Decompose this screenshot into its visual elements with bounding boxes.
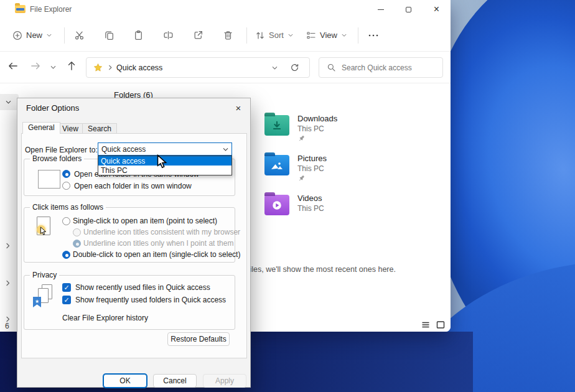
toolbar-separator: [64, 27, 65, 44]
recent-locations-button[interactable]: [50, 64, 57, 71]
browse-folders-icon: [38, 170, 60, 189]
details-view-toggle[interactable]: [421, 320, 431, 330]
dialog-title: Folder Options: [26, 103, 79, 113]
delete-button[interactable]: [223, 19, 233, 52]
address-bar[interactable]: Quick access: [86, 57, 310, 78]
search-icon: [327, 63, 336, 72]
click-items-icon: [35, 217, 53, 240]
radio-label: Single-click to open an item (point to s…: [73, 217, 217, 225]
maximize-icon: [406, 7, 411, 12]
folder-item-downloads[interactable]: Downloads This PC: [264, 114, 439, 149]
copy-icon: [104, 30, 115, 40]
tab-label: View: [62, 124, 78, 133]
up-button[interactable]: [66, 60, 77, 72]
tab-search[interactable]: Search: [82, 123, 117, 134]
close-button[interactable]: ×: [423, 0, 451, 19]
chevron-down-icon: [341, 32, 347, 39]
address-dropdown-icon[interactable]: [271, 65, 278, 72]
apply-button[interactable]: Apply: [203, 374, 246, 388]
chevron-down-icon: [288, 32, 294, 39]
privacy-group: Privacy ★ ✓ Show recently used files in …: [24, 275, 235, 330]
group-label: Privacy: [30, 271, 59, 279]
search-box[interactable]: [319, 57, 443, 78]
tree-expand-chevron-icon[interactable]: [4, 279, 12, 287]
ok-button[interactable]: OK: [103, 374, 147, 388]
download-arrow-icon: [271, 120, 283, 131]
scissors-icon: [74, 30, 85, 40]
ellipsis-icon: [368, 30, 379, 40]
sort-button-label: Sort: [269, 30, 284, 40]
share-icon: [193, 30, 203, 40]
click-items-group: Click items as follows Single-click to o…: [24, 207, 235, 263]
group-label: Browse folders: [30, 154, 84, 163]
open-file-explorer-to-label: Open File Explorer to:: [25, 146, 98, 154]
tab-label: General: [28, 123, 55, 132]
radio-underline-point: [73, 240, 81, 248]
tab-general[interactable]: General: [22, 122, 60, 134]
folder-location: This PC: [297, 124, 324, 133]
picture-icon: [270, 160, 284, 171]
radio-underline-consistent: [73, 228, 81, 236]
view-icon: [306, 30, 316, 40]
folder-item-videos[interactable]: Videos This PC: [264, 194, 439, 228]
clear-history-label: Clear File Explorer history: [62, 314, 148, 322]
minimize-button[interactable]: [367, 0, 395, 19]
folder-item-pictures[interactable]: Pictures This PC: [264, 154, 439, 189]
open-to-combobox[interactable]: Quick access: [98, 142, 232, 156]
copy-button[interactable]: [104, 19, 115, 52]
radio-label: Double-click to open an item (single-cli…: [73, 250, 240, 259]
cancel-button[interactable]: Cancel: [153, 374, 197, 388]
tab-view[interactable]: View: [57, 123, 84, 134]
chevron-down-icon: [46, 32, 52, 39]
share-button[interactable]: [193, 19, 203, 52]
new-button-label: New: [26, 30, 42, 40]
back-button[interactable]: [7, 60, 19, 72]
chevron-down-icon: [222, 146, 229, 153]
recent-files-hint: files, we'll show the most recent ones h…: [248, 265, 396, 274]
view-button-label: View: [320, 30, 337, 40]
checkbox-recent-files[interactable]: ✓: [62, 283, 71, 292]
group-label: Click items as follows: [30, 203, 106, 212]
radio-own-window[interactable]: [62, 182, 70, 190]
radio-single-click[interactable]: [62, 217, 70, 225]
file-explorer-icon: [15, 5, 26, 13]
checkbox-frequent-folders[interactable]: ✓: [62, 296, 71, 304]
more-options-button[interactable]: [368, 19, 379, 52]
cut-button[interactable]: [74, 19, 85, 52]
chevron-down-icon: [5, 99, 12, 106]
folder-location: This PC: [297, 164, 324, 173]
new-button[interactable]: New: [12, 19, 52, 52]
view-button[interactable]: View: [306, 19, 347, 52]
maximize-button[interactable]: [395, 0, 423, 19]
pin-icon: [297, 174, 306, 182]
tree-expand-chevron-icon[interactable]: [4, 242, 12, 250]
folder-options-dialog: Folder Options × General View Search Ope…: [17, 98, 251, 388]
radio-label: Underline icon titles consistent with my…: [83, 228, 240, 236]
dialog-close-button[interactable]: ×: [231, 101, 245, 114]
toolbar-separator: [246, 27, 247, 44]
close-icon: ×: [236, 103, 241, 113]
forward-button[interactable]: [30, 60, 41, 72]
breadcrumb-location[interactable]: Quick access: [116, 63, 162, 72]
desktop: File Explorer × New: [0, 0, 575, 392]
rename-button[interactable]: [163, 19, 174, 52]
checkbox-label: Show recently used files in Quick access: [75, 283, 210, 292]
folder-name: Downloads: [297, 114, 337, 123]
radio-same-window[interactable]: [62, 170, 70, 178]
radio-label: Underline icon titles only when I point …: [83, 239, 233, 248]
minimize-icon: [378, 9, 384, 10]
thumbnail-view-toggle[interactable]: [436, 320, 446, 330]
search-input[interactable]: [342, 58, 440, 77]
title-bar[interactable]: File Explorer ×: [0, 0, 451, 19]
sort-button[interactable]: Sort: [255, 19, 294, 52]
refresh-icon[interactable]: [290, 63, 299, 72]
restore-defaults-button[interactable]: Restore Defaults: [167, 332, 230, 346]
paste-button[interactable]: [133, 19, 144, 52]
breadcrumb-chevron-icon: [107, 64, 114, 71]
play-icon: [271, 200, 283, 211]
toolbar-separator: [358, 27, 358, 44]
navigation-pane-item[interactable]: [0, 94, 19, 110]
folder-name: Videos: [297, 194, 322, 203]
radio-double-click[interactable]: [62, 251, 70, 259]
tab-label: Search: [88, 124, 111, 133]
